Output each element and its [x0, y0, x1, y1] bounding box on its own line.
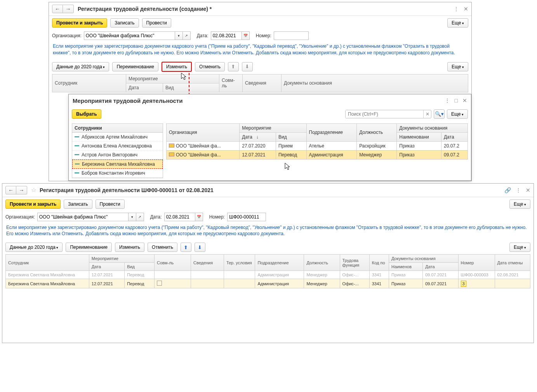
emp-row-selected[interactable]: Березкина Светлана Михайловна	[72, 160, 163, 169]
move-up-button[interactable]: ⬆	[228, 62, 239, 71]
number-input[interactable]: 3	[461, 281, 466, 287]
post-close-button[interactable]: Провести и закрыть	[52, 18, 107, 28]
move-down-button[interactable]: ⬇	[195, 243, 205, 252]
change-button[interactable]: Изменить	[115, 243, 144, 252]
emp-row[interactable]: Бобров Константин Игоревич	[72, 169, 163, 178]
col-pos[interactable]: Должность	[304, 255, 340, 271]
close-icon[interactable]: ✕	[464, 6, 468, 12]
calendar-button[interactable]: 📅	[195, 213, 203, 221]
open-button[interactable]: ↗	[183, 31, 191, 40]
more-button[interactable]: Еще	[447, 18, 468, 28]
col-ter[interactable]: Тер. условия	[224, 255, 255, 271]
emp-row[interactable]: Антонова Елена Александровна	[72, 142, 163, 151]
col-doc-date[interactable]: Дата	[441, 132, 467, 141]
col-labor[interactable]: Трудова функция	[340, 255, 369, 271]
col-info[interactable]: Сведения	[243, 74, 282, 92]
search-input[interactable]	[346, 110, 423, 118]
table-row-cancelled[interactable]: Березкина Светлана Михайловна 12.07.2021…	[6, 271, 530, 279]
open-button[interactable]: ↗	[136, 213, 144, 221]
col-date[interactable]: Дата	[126, 83, 163, 92]
date-field[interactable]	[211, 31, 242, 40]
emp-header[interactable]: Сотрудники	[72, 124, 163, 133]
col-date[interactable]: Дата	[89, 263, 124, 271]
table-row-active[interactable]: Березкина Светлана Михайловна 12.07.2021…	[6, 279, 530, 288]
save-button[interactable]: Записать	[64, 199, 92, 209]
close-icon[interactable]: ✕	[526, 187, 530, 193]
close-icon[interactable]: ✕	[462, 97, 467, 104]
popup-more-button[interactable]: Еще	[447, 109, 468, 119]
post-close-button[interactable]: Провести и закрыть	[5, 199, 61, 209]
col-docs[interactable]: Документы основания	[397, 123, 468, 132]
change-button[interactable]: Изменить	[162, 62, 192, 72]
search-button[interactable]: 🔍▾	[434, 109, 445, 119]
link-icon[interactable]: 🔗	[504, 187, 511, 193]
col-type[interactable]: Вид	[125, 263, 155, 271]
col-doc-date[interactable]: Дата	[423, 263, 458, 271]
dropdown-button[interactable]: ▾	[175, 31, 183, 40]
emp-row[interactable]: Абрикосов Артем Михайлович	[72, 133, 163, 142]
col-code[interactable]: Код по	[369, 255, 389, 271]
col-org[interactable]: Организация	[167, 123, 240, 141]
org-field[interactable]	[37, 213, 129, 221]
dropdown-button[interactable]: ▾	[129, 213, 136, 221]
col-date[interactable]: Дата ↓	[240, 132, 276, 141]
save-button[interactable]: Записать	[110, 18, 139, 28]
cell-number-edit[interactable]: 3	[458, 279, 495, 288]
more-button-2[interactable]: Еще	[509, 243, 530, 252]
col-info[interactable]: Сведения	[191, 255, 224, 271]
col-docs[interactable]: Документы основания	[389, 255, 459, 263]
forward-button[interactable]: →	[63, 5, 74, 13]
col-combine[interactable]: Совм-ль	[219, 74, 243, 92]
back-button[interactable]: ←	[5, 186, 16, 194]
col-doc-name[interactable]: Наименов	[389, 263, 423, 271]
cell-number: ШФ00-000003	[458, 271, 495, 279]
before-2020-button[interactable]: Данные до 2020 года	[52, 62, 109, 71]
col-type[interactable]: Вид	[163, 83, 219, 92]
kebab-icon[interactable]: ⋮	[516, 187, 521, 193]
move-up-button[interactable]: ⬆	[181, 243, 191, 252]
maximize-icon[interactable]: □	[455, 97, 458, 104]
emp-row[interactable]: Астров Антон Викторович	[72, 151, 163, 160]
back-button[interactable]: ←	[52, 5, 63, 13]
event-row[interactable]: ООО "Швейная фа... 27.07.2020 Прием Ател…	[167, 141, 468, 150]
cell: 09.07.2	[441, 150, 467, 159]
num-field[interactable]	[274, 31, 309, 40]
more-button-2[interactable]: Еще	[447, 62, 468, 71]
rename-button[interactable]: Переименование	[66, 243, 112, 252]
col-combine[interactable]: Совм-ль	[155, 255, 191, 271]
num-field[interactable]	[227, 213, 266, 221]
event-row-selected[interactable]: ООО "Швейная фа... 12.07.2021 Перевод Ад…	[167, 150, 468, 159]
col-dept[interactable]: Подразделение	[306, 123, 357, 141]
col-cancel-date[interactable]: Дата отмены	[495, 255, 530, 271]
col-dept[interactable]: Подразделение	[255, 255, 304, 271]
col-event[interactable]: Мероприятие	[126, 74, 219, 83]
col-employee[interactable]: Сотрудник	[52, 74, 126, 92]
post-button[interactable]: Провести	[96, 199, 125, 209]
select-button[interactable]: Выбрать	[72, 109, 101, 119]
more-button[interactable]: Еще	[509, 199, 530, 209]
kebab-icon[interactable]: ⋮	[454, 6, 459, 12]
star-icon[interactable]: ☆	[31, 186, 36, 194]
col-employee[interactable]: Сотрудник	[6, 255, 89, 271]
col-event[interactable]: Мероприятие	[89, 255, 154, 263]
org-field[interactable]	[84, 31, 175, 40]
forward-button[interactable]: →	[16, 186, 27, 194]
col-doc-name[interactable]: Наименовани	[397, 132, 441, 141]
calendar-button[interactable]: 📅	[242, 31, 250, 40]
checkbox[interactable]	[157, 281, 162, 286]
clear-search-button[interactable]: ✕	[423, 110, 431, 118]
col-type[interactable]: Вид	[276, 132, 306, 141]
kebab-icon[interactable]: ⋮	[445, 97, 450, 104]
col-number[interactable]: Номер	[458, 255, 495, 271]
col-docs[interactable]: Документы основания	[282, 74, 468, 92]
cell-combine[interactable]	[155, 279, 191, 288]
before-2020-button[interactable]: Данные до 2020 года	[5, 243, 63, 252]
cancel-button[interactable]: Отменить	[195, 62, 225, 71]
rename-button[interactable]: Переименование	[112, 62, 158, 71]
cancel-button[interactable]: Отменить	[148, 243, 177, 252]
col-event[interactable]: Мероприятие	[240, 123, 306, 132]
col-pos[interactable]: Должность	[357, 123, 397, 141]
date-field[interactable]	[164, 213, 195, 221]
move-down-button[interactable]: ⬇	[242, 62, 253, 71]
post-button[interactable]: Провести	[142, 18, 171, 28]
